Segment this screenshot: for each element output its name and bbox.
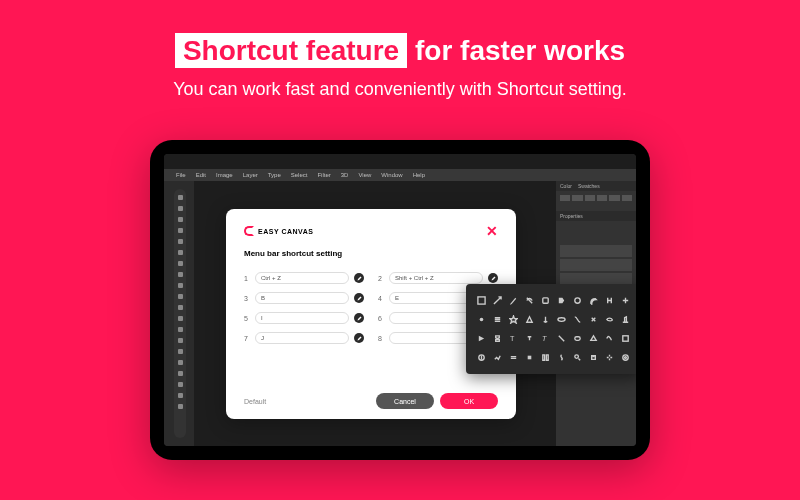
tool-icon[interactable] xyxy=(571,330,585,347)
tool-icon[interactable] xyxy=(571,292,585,309)
svg-point-4 xyxy=(558,318,565,322)
tool-icon[interactable] xyxy=(474,311,488,328)
shortcut-number: 2 xyxy=(378,275,384,282)
tool-icon[interactable] xyxy=(490,349,504,366)
svg-rect-8 xyxy=(623,336,628,341)
tool-icon[interactable]: T xyxy=(506,330,520,347)
menu-item[interactable]: Help xyxy=(413,172,425,178)
shortcut-number: 7 xyxy=(244,335,250,342)
modal-title: Menu bar shortcut setting xyxy=(244,249,498,258)
shortcut-number: 1 xyxy=(244,275,250,282)
ps-menubar[interactable]: File Edit Image Layer Type Select Filter… xyxy=(164,169,636,181)
tool-icon[interactable] xyxy=(603,330,617,347)
tool-icon[interactable] xyxy=(474,330,488,347)
tool-icon[interactable] xyxy=(490,330,504,347)
tool-icon[interactable] xyxy=(555,311,569,328)
tool-icon[interactable] xyxy=(587,292,601,309)
hero-title: Shortcut feature for faster works xyxy=(0,0,800,67)
tool-icon[interactable] xyxy=(522,292,536,309)
tool-icon[interactable] xyxy=(619,330,633,347)
svg-point-10 xyxy=(575,355,579,359)
icon-picker-popover[interactable]: T T xyxy=(466,284,636,374)
tool-icon[interactable] xyxy=(555,292,569,309)
shortcut-number: 6 xyxy=(378,315,384,322)
brand-text: EASY CANVAS xyxy=(258,228,313,235)
shortcut-row: 3 B xyxy=(244,292,364,304)
edit-icon[interactable] xyxy=(354,273,364,283)
svg-point-2 xyxy=(575,298,580,303)
shortcut-input[interactable]: B xyxy=(255,292,349,304)
svg-text:T: T xyxy=(542,334,547,343)
menu-item[interactable]: Filter xyxy=(317,172,330,178)
tool-icon[interactable] xyxy=(587,349,601,366)
tool-icon[interactable] xyxy=(603,292,617,309)
hero-rest: for faster works xyxy=(407,35,625,66)
tool-icon[interactable] xyxy=(555,349,569,366)
menu-item[interactable]: File xyxy=(176,172,186,178)
tool-icon[interactable] xyxy=(538,349,552,366)
shortcut-number: 3 xyxy=(244,295,250,302)
menu-item[interactable]: Image xyxy=(216,172,233,178)
tool-icon[interactable] xyxy=(538,292,552,309)
brand-logo-icon xyxy=(244,226,254,236)
tool-icon[interactable] xyxy=(522,311,536,328)
brand: EASY CANVAS xyxy=(244,226,313,236)
shortcut-input[interactable]: I xyxy=(255,312,349,324)
svg-point-12 xyxy=(625,357,627,359)
tool-icon[interactable] xyxy=(619,311,633,328)
tool-icon[interactable] xyxy=(603,349,617,366)
shortcut-input[interactable]: Shift + Ctrl + Z xyxy=(389,272,483,284)
edit-icon[interactable] xyxy=(488,273,498,283)
tool-icon[interactable] xyxy=(522,349,536,366)
tool-icon[interactable] xyxy=(555,330,569,347)
ok-button[interactable]: OK xyxy=(440,393,498,409)
edit-icon[interactable] xyxy=(354,313,364,323)
default-link[interactable]: Default xyxy=(244,398,266,405)
panel-tab[interactable]: Properties xyxy=(560,213,583,219)
svg-point-11 xyxy=(623,355,628,360)
tablet-frame: File Edit Image Layer Type Select Filter… xyxy=(150,140,650,460)
shortcut-number: 5 xyxy=(244,315,250,322)
panel-tab[interactable]: Swatches xyxy=(578,183,600,189)
tool-icon[interactable] xyxy=(587,330,601,347)
cancel-button[interactable]: Cancel xyxy=(376,393,434,409)
panel-tab[interactable]: Color xyxy=(560,183,572,189)
tool-icon[interactable] xyxy=(490,292,504,309)
tool-icon[interactable] xyxy=(474,292,488,309)
edit-icon[interactable] xyxy=(354,293,364,303)
tool-icon[interactable] xyxy=(506,292,520,309)
menu-item[interactable]: Edit xyxy=(196,172,206,178)
menu-item[interactable]: View xyxy=(358,172,371,178)
tool-icon[interactable] xyxy=(538,311,552,328)
menu-item[interactable]: Type xyxy=(268,172,281,178)
menu-item[interactable]: Select xyxy=(291,172,308,178)
tool-icon[interactable] xyxy=(522,330,536,347)
edit-icon[interactable] xyxy=(354,333,364,343)
tool-icon[interactable]: T xyxy=(538,330,552,347)
shortcut-input[interactable]: J xyxy=(255,332,349,344)
tool-icon[interactable] xyxy=(506,311,520,328)
ps-toolbar[interactable] xyxy=(164,181,194,446)
tool-icon[interactable] xyxy=(619,292,633,309)
menu-item[interactable]: Layer xyxy=(243,172,258,178)
tool-icon[interactable] xyxy=(490,311,504,328)
shortcut-number: 4 xyxy=(378,295,384,302)
ps-titlebar xyxy=(164,154,636,169)
svg-rect-7 xyxy=(575,337,580,341)
shortcut-row: 7 J xyxy=(244,332,364,344)
shortcut-input[interactable]: Ctrl + Z xyxy=(255,272,349,284)
menu-item[interactable]: Window xyxy=(381,172,402,178)
tool-icon[interactable] xyxy=(603,311,617,328)
tool-icon[interactable] xyxy=(587,311,601,328)
hero-highlight: Shortcut feature xyxy=(175,33,407,68)
shortcut-row: 5 I xyxy=(244,312,364,324)
close-icon[interactable]: ✕ xyxy=(486,223,498,239)
tool-icon[interactable] xyxy=(619,349,633,366)
tool-icon[interactable] xyxy=(474,349,488,366)
tool-icon[interactable] xyxy=(571,311,585,328)
tool-icon[interactable] xyxy=(571,349,585,366)
menu-item[interactable]: 3D xyxy=(341,172,349,178)
shortcut-row: 1 Ctrl + Z xyxy=(244,272,364,284)
tool-icon[interactable] xyxy=(506,349,520,366)
hero-subtitle: You can work fast and conveniently with … xyxy=(0,79,800,100)
